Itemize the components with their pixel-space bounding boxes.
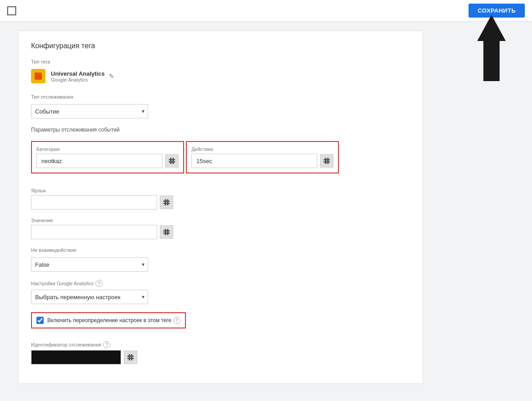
tracking-id-plus-icon bbox=[127, 354, 134, 360]
tag-type-row: Universal Analytics Google Analytics ✎ bbox=[31, 69, 410, 83]
tag-sub: Google Analytics bbox=[51, 77, 104, 82]
tracking-id-help-icon[interactable]: ? bbox=[103, 341, 110, 348]
action-plus-icon bbox=[324, 158, 330, 164]
svg-rect-15 bbox=[163, 232, 170, 234]
tracking-type-label: Тип отслеживания bbox=[31, 94, 410, 100]
svg-rect-21 bbox=[131, 354, 132, 360]
value-row bbox=[31, 225, 410, 239]
svg-rect-6 bbox=[324, 159, 330, 160]
tracking-id-group: Идентификатор отслеживания ? bbox=[31, 341, 410, 365]
svg-rect-2 bbox=[169, 159, 175, 160]
tag-name-block: Universal Analytics Google Analytics bbox=[51, 70, 104, 82]
category-input[interactable] bbox=[36, 154, 162, 168]
ga-settings-label: Настройки Google Analytics bbox=[31, 281, 94, 286]
non-interaction-select[interactable]: False True bbox=[31, 257, 148, 272]
value-label: Значение bbox=[31, 218, 410, 223]
value-add-btn[interactable] bbox=[160, 225, 173, 239]
tag-type-label: Тип тега bbox=[31, 59, 410, 64]
svg-rect-20 bbox=[129, 354, 130, 360]
svg-rect-14 bbox=[163, 230, 170, 232]
svg-rect-3 bbox=[169, 161, 175, 163]
svg-rect-11 bbox=[163, 203, 170, 204]
category-label: Категория bbox=[36, 146, 179, 152]
ga-settings-group: Настройки Google Analytics ? Выбрать пер… bbox=[31, 280, 410, 304]
action-add-btn[interactable] bbox=[320, 154, 334, 168]
svg-rect-10 bbox=[163, 200, 170, 202]
tag-icon-inner bbox=[35, 73, 42, 80]
top-bar: СОХРАНИТЬ bbox=[0, 0, 532, 22]
label-group: Ярлык bbox=[31, 188, 410, 210]
ga-settings-select-wrapper: Выбрать переменную настроек bbox=[31, 290, 148, 304]
event-params-title: Параметры отслеживания событий bbox=[31, 127, 410, 133]
override-checkbox[interactable] bbox=[36, 317, 44, 324]
top-bar-left bbox=[7, 6, 16, 15]
tracking-type-group: Тип отслеживания Событие Просмотр страни… bbox=[31, 94, 410, 118]
non-interaction-label: Не взаимодействие bbox=[31, 247, 410, 253]
category-row bbox=[36, 154, 179, 168]
ga-settings-help-icon[interactable]: ? bbox=[95, 280, 103, 287]
svg-rect-9 bbox=[327, 158, 329, 164]
ga-settings-select[interactable]: Выбрать переменную настроек bbox=[31, 290, 148, 304]
non-interaction-group: Не взаимодействие False True bbox=[31, 247, 410, 272]
non-interaction-select-wrapper: False True bbox=[31, 257, 148, 272]
action-highlighted-group: Действие bbox=[186, 141, 339, 173]
category-highlighted-group: Категория bbox=[31, 141, 184, 173]
svg-rect-17 bbox=[167, 229, 168, 235]
svg-rect-16 bbox=[165, 229, 166, 235]
tracking-type-select[interactable]: Событие Просмотр страницы Транзакция bbox=[31, 104, 148, 118]
action-label: Действие bbox=[191, 146, 334, 152]
label-input[interactable] bbox=[31, 195, 157, 210]
plus-icon bbox=[169, 158, 175, 164]
card-title: Конфигурация тега bbox=[31, 42, 410, 50]
label-row bbox=[31, 195, 410, 210]
svg-rect-8 bbox=[325, 158, 326, 164]
override-checkbox-row: Включить переопределение настроек в этом… bbox=[31, 312, 186, 328]
svg-rect-13 bbox=[167, 199, 168, 205]
tracking-id-add-btn[interactable] bbox=[124, 351, 137, 364]
tracking-id-input[interactable] bbox=[31, 350, 121, 365]
action-row bbox=[191, 154, 334, 168]
edit-icon[interactable]: ✎ bbox=[109, 73, 114, 80]
tag-type-group: Тип тега Universal Analytics Google Anal… bbox=[31, 59, 410, 83]
svg-marker-0 bbox=[478, 16, 505, 41]
value-plus-icon bbox=[163, 229, 170, 235]
tag-icon bbox=[31, 69, 45, 83]
value-group: Значение bbox=[31, 218, 410, 239]
value-input[interactable] bbox=[31, 225, 157, 239]
label-add-btn[interactable] bbox=[160, 196, 173, 209]
svg-rect-4 bbox=[170, 158, 171, 164]
override-help-icon[interactable]: ? bbox=[173, 317, 180, 324]
label-label: Ярлык bbox=[31, 188, 410, 193]
svg-rect-5 bbox=[172, 158, 174, 164]
tracking-type-select-wrapper: Событие Просмотр страницы Транзакция bbox=[31, 104, 148, 118]
config-card: Конфигурация тега Тип тега Universal Ana… bbox=[18, 31, 423, 384]
svg-rect-19 bbox=[127, 358, 134, 359]
svg-rect-18 bbox=[127, 355, 134, 357]
tag-name: Universal Analytics bbox=[51, 70, 104, 77]
label-plus-icon bbox=[163, 199, 170, 205]
action-input[interactable] bbox=[191, 154, 317, 168]
override-group: Включить переопределение настроек в этом… bbox=[31, 312, 410, 335]
window-icon bbox=[7, 6, 16, 15]
tracking-id-label: Идентификатор отслеживания bbox=[31, 342, 101, 347]
category-add-btn[interactable] bbox=[165, 154, 179, 168]
svg-rect-7 bbox=[324, 161, 330, 163]
main-content: Конфигурация тега Тип тега Universal Ana… bbox=[0, 22, 441, 393]
svg-rect-1 bbox=[483, 41, 500, 81]
arrow-annotation bbox=[464, 14, 518, 86]
svg-rect-12 bbox=[165, 199, 166, 205]
tracking-id-row bbox=[31, 350, 410, 365]
override-label: Включить переопределение настроек в этом… bbox=[47, 317, 171, 324]
